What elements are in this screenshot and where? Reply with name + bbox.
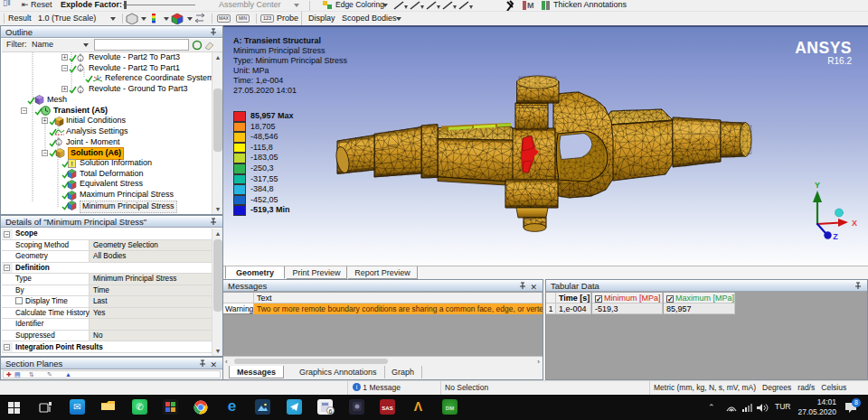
svg-text:X: X bbox=[852, 219, 857, 228]
svg-text:Y: Y bbox=[815, 181, 820, 190]
svg-text:Z: Z bbox=[833, 232, 838, 241]
